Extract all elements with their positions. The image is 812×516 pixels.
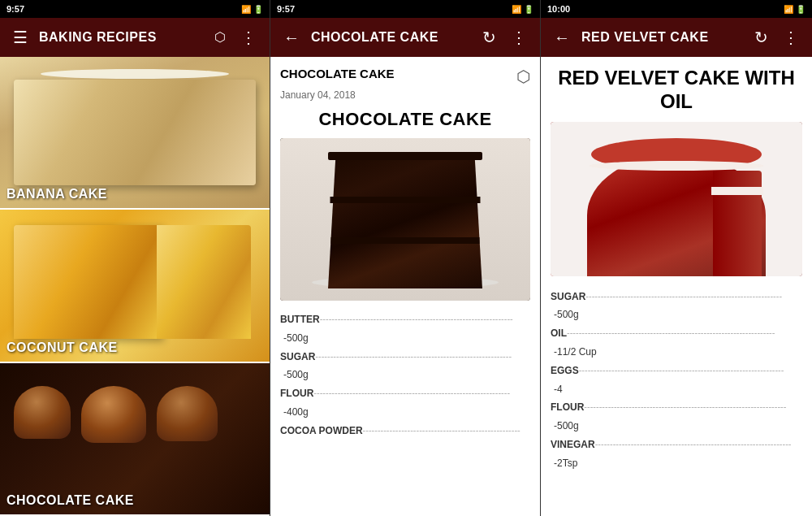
ingredient-cocoa: COCOA POWDER----------------------------… xyxy=(280,422,530,440)
recipe-header: CHOCOLATE CAKE ⬡ xyxy=(280,67,530,86)
refresh-btn-3[interactable]: ↻ xyxy=(751,26,771,49)
chocolate-cake-card[interactable]: CHOCOLATE CAKE xyxy=(0,363,270,516)
banana-cake-card[interactable]: BANANA CAKE xyxy=(0,57,270,210)
ingredient-flour-3: FLOUR-----------------------------------… xyxy=(551,398,802,417)
app-title-1: BAKING RECIPES xyxy=(39,30,203,45)
ingredient-sugar-2: SUGAR-----------------------------------… xyxy=(280,348,530,366)
chocolate-cake-label: CHOCOLATE CAKE xyxy=(6,493,134,508)
more-btn-2[interactable]: ⋮ xyxy=(508,26,530,49)
ingredient-eggs: EGGS------------------------------------… xyxy=(551,362,802,380)
ingredient-vinegar: VINEGAR---------------------------------… xyxy=(551,436,802,454)
coconut-cake-card[interactable]: COCONUT CAKE xyxy=(0,210,270,362)
time-2: 9:57 xyxy=(277,4,295,14)
sugar-amount-2: -500g xyxy=(280,366,530,384)
share-btn-2[interactable]: ⬡ xyxy=(516,67,530,86)
cupcake-frosting-3 xyxy=(157,386,218,441)
ingredient-oil: OIL-------------------------------------… xyxy=(551,324,802,343)
share-icon-1[interactable]: ⬡ xyxy=(211,28,229,47)
recipe-list: BANANA CAKE COCONUT CAKE CHOCOLATE CAKE xyxy=(0,57,270,516)
sugar-amount-3: -500g xyxy=(551,306,802,324)
phone-2: 9:57 📶 🔋 ← CHOCOLATE CAKE ↻ ⋮ CHOCOLATE … xyxy=(270,0,541,516)
red-velvet-detail: RED VELVET CAKE WITH OIL SUGAR----------… xyxy=(541,57,812,516)
recipe-title-2: CHOCOLATE CAKE xyxy=(280,67,516,80)
butter-amount: -500g xyxy=(280,329,530,348)
status-bar-2: 9:57 📶 🔋 xyxy=(270,0,540,18)
choc-frosting-mid xyxy=(330,197,481,203)
hamburger-icon[interactable]: ☰ xyxy=(10,26,31,49)
coconut-slice-1 xyxy=(14,225,162,339)
chocolate-recipe-detail: CHOCOLATE CAKE ⬡ January 04, 2018 CHOCOL… xyxy=(270,57,540,516)
app-bar-3: ← RED VELVET CAKE ↻ ⋮ xyxy=(541,18,812,57)
ingredient-flour-2: FLOUR-----------------------------------… xyxy=(280,384,530,403)
app-bar-2: ← CHOCOLATE CAKE ↻ ⋮ xyxy=(270,18,540,57)
oil-amount: -11/2 Cup xyxy=(551,343,802,362)
eggs-amount: -4 xyxy=(551,380,802,399)
coconut-cake-label: COCONUT CAKE xyxy=(6,340,118,355)
coconut-slice-2 xyxy=(157,225,251,339)
time-1: 9:57 xyxy=(6,4,24,14)
back-btn-3[interactable]: ← xyxy=(551,26,573,49)
refresh-btn-2[interactable]: ↻ xyxy=(479,26,499,49)
app-title-3: RED VELVET CAKE xyxy=(581,30,743,45)
app-bar-1: ☰ BAKING RECIPES ⬡ ⋮ xyxy=(0,18,270,57)
banana-cake-label: BANANA CAKE xyxy=(6,187,107,202)
time-3: 10:00 xyxy=(547,4,570,14)
chocolate-cake-photo xyxy=(280,138,530,301)
app-title-2: CHOCOLATE CAKE xyxy=(311,30,471,45)
flour-amount-2: -400g xyxy=(280,403,530,422)
rv-slice-frosting xyxy=(711,187,763,195)
phone-3: 10:00 📶 🔋 ← RED VELVET CAKE ↻ ⋮ RED VELV… xyxy=(541,0,812,516)
ingredients-list-2: BUTTER----------------------------------… xyxy=(280,310,530,440)
more-btn-3[interactable]: ⋮ xyxy=(780,26,802,49)
banana-frosting xyxy=(41,69,229,79)
status-icons-1: 📶 🔋 xyxy=(241,5,263,14)
cupcake-frosting-2 xyxy=(14,386,71,439)
choc-frosting-top xyxy=(328,152,482,160)
status-bar-3: 10:00 📶 🔋 xyxy=(541,0,812,18)
more-icon-1[interactable]: ⋮ xyxy=(237,26,260,49)
status-bar-1: 9:57 📶 🔋 xyxy=(0,0,270,18)
banana-slice-shape xyxy=(14,80,257,185)
rv-frosting-top xyxy=(590,161,764,171)
rv-title: RED VELVET CAKE WITH OIL xyxy=(551,67,802,114)
status-icons-2: 📶 🔋 xyxy=(512,5,533,14)
vinegar-amount: -2Tsp xyxy=(551,454,802,473)
cupcake-frosting-1 xyxy=(81,386,146,443)
ingredient-sugar-3: SUGAR-----------------------------------… xyxy=(551,288,802,306)
back-btn-2[interactable]: ← xyxy=(280,26,303,49)
status-icons-3: 📶 🔋 xyxy=(784,5,806,14)
ingredient-butter: BUTTER----------------------------------… xyxy=(280,310,530,329)
flour-amount-3: -500g xyxy=(551,417,802,436)
choc-frosting-low xyxy=(331,237,480,244)
ingredients-list-3: SUGAR-----------------------------------… xyxy=(551,288,802,473)
recipe-big-title-2: CHOCOLATE CAKE xyxy=(280,109,530,130)
phone-1: 9:57 📶 🔋 ☰ BAKING RECIPES ⬡ ⋮ BANANA CAK… xyxy=(0,0,270,516)
red-velvet-photo xyxy=(551,122,802,276)
recipe-date: January 04, 2018 xyxy=(280,89,530,101)
choc-cake-body xyxy=(328,154,482,288)
